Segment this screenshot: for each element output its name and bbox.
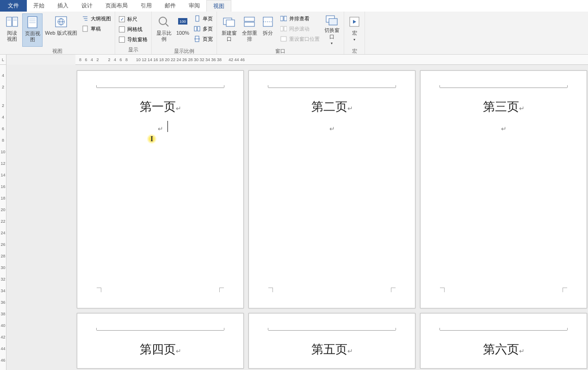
draft-view-button[interactable]: 草稿	[80, 24, 113, 34]
multi-page-button[interactable]: 多页	[192, 24, 215, 34]
margin-mark	[440, 288, 445, 292]
header-boundary	[97, 330, 224, 331]
multi-page-icon	[193, 25, 201, 32]
tab-file[interactable]: 文件	[0, 0, 27, 12]
svg-rect-37	[281, 37, 286, 41]
page-title-text: 第四页↵	[96, 341, 225, 357]
outline-view-button[interactable]: 大纲视图	[80, 13, 113, 24]
svg-rect-39	[329, 19, 337, 25]
ruler-checkbox[interactable]: ✓ 标尺	[117, 14, 139, 25]
reading-view-icon	[5, 14, 19, 29]
margin-mark	[391, 288, 396, 292]
switch-window-button[interactable]: 切换窗口▾	[322, 13, 342, 47]
page-width-icon	[193, 35, 201, 43]
document-page[interactable]: 第一页↵↵I	[77, 70, 244, 308]
group-show: ✓ 标尺 网格线 导航窗格 显示	[115, 12, 152, 54]
one-page-button[interactable]: 单页	[192, 13, 215, 24]
page-view-icon	[25, 15, 40, 30]
reading-view-button[interactable]: 阅读 视图	[2, 13, 22, 47]
gridlines-checkbox[interactable]: 网格线	[117, 25, 144, 35]
svg-rect-33	[280, 16, 283, 21]
zoom-100-button[interactable]: 100 100%	[174, 13, 192, 47]
document-page[interactable]: 第二页↵↵	[248, 70, 415, 308]
ribbon: 阅读 视图 页面视图 Web 版式视图 大纲视图	[0, 12, 588, 55]
paragraph-mark: ↵	[267, 125, 396, 133]
svg-rect-29	[244, 17, 254, 21]
svg-rect-28	[226, 20, 235, 26]
mouse-cursor-highlight: I	[147, 134, 157, 144]
document-page[interactable]: 第四页↵	[77, 313, 244, 369]
menu-tab-bar: 文件 开始 插入 设计 页面布局 引用 邮件 审阅 视图	[0, 0, 588, 12]
side-by-side-icon	[280, 15, 287, 22]
ruler-corner[interactable]: L	[0, 55, 6, 65]
tab-review[interactable]: 审阅	[182, 0, 206, 12]
web-layout-button[interactable]: Web 版式视图	[43, 13, 80, 47]
paragraph-mark: ↵	[96, 125, 225, 133]
horizontal-ruler[interactable]: 8642246810121416182022242628303234363842…	[75, 55, 588, 65]
arrange-all-button[interactable]: 全部重排	[239, 13, 260, 47]
svg-rect-6	[28, 17, 37, 28]
tab-references[interactable]: 引用	[134, 0, 158, 12]
dropdown-icon: ▾	[331, 41, 333, 45]
margin-mark	[219, 288, 224, 292]
margin-mark	[268, 288, 273, 292]
group-zoom: 显示比例 100 100% 单页 多页 页宽	[152, 12, 217, 54]
vertical-ruler[interactable]: 4224681012141618202224262830323436384042…	[0, 65, 6, 370]
paragraph-mark: ↵	[439, 125, 568, 133]
header-boundary	[440, 330, 567, 331]
dropdown-icon: ▾	[353, 38, 355, 42]
page-title-text: 第一页↵	[96, 99, 225, 115]
sync-scroll-icon	[280, 25, 287, 32]
zoom-button[interactable]: 显示比例	[154, 13, 174, 47]
checkbox-icon	[119, 26, 125, 32]
svg-text:100: 100	[179, 19, 186, 24]
side-by-side-button[interactable]: 并排查看	[278, 13, 322, 24]
svg-rect-34	[284, 16, 287, 21]
svg-point-18	[159, 17, 167, 25]
group-show-label: 显示	[117, 45, 149, 53]
svg-rect-0	[6, 17, 12, 26]
tab-layout[interactable]: 页面布局	[99, 0, 134, 12]
page-view-button[interactable]: 页面视图	[22, 13, 43, 47]
page-width-button[interactable]: 页宽	[192, 34, 215, 44]
page-title-text: 第六页↵	[439, 341, 568, 357]
checkbox-icon	[119, 37, 125, 43]
tab-insert[interactable]: 插入	[51, 0, 75, 12]
svg-rect-36	[284, 26, 287, 31]
tab-view[interactable]: 视图	[206, 0, 231, 12]
svg-rect-24	[198, 26, 200, 31]
magnifier-icon	[156, 14, 171, 29]
sync-scroll-button: 同步滚动	[278, 24, 322, 34]
tab-home[interactable]: 开始	[27, 0, 51, 12]
draft-icon	[81, 25, 89, 32]
ibeam-cursor-icon: I	[150, 135, 153, 143]
svg-line-19	[166, 24, 168, 26]
group-zoom-label: 显示比例	[154, 47, 215, 55]
margin-mark	[97, 288, 101, 292]
document-page[interactable]: 第三页↵↵	[420, 70, 587, 308]
document-area: L 86422468101214161820222426283032343638…	[0, 55, 588, 370]
web-layout-icon	[54, 14, 68, 29]
tab-mail[interactable]: 邮件	[158, 0, 182, 12]
macro-icon	[347, 14, 362, 29]
document-page[interactable]: 第五页↵	[248, 313, 415, 369]
one-page-icon	[193, 15, 201, 22]
svg-rect-17	[83, 26, 87, 31]
document-page[interactable]: 第六页↵	[420, 313, 587, 369]
pages-viewport[interactable]: 第一页↵↵I第二页↵↵第三页↵↵第四页↵第五页↵第六页↵	[6, 65, 588, 370]
new-window-button[interactable]: 新建窗口	[219, 13, 239, 47]
macro-button[interactable]: 宏▾	[346, 13, 363, 47]
reset-window-pos-button: 重设窗口位置	[278, 34, 322, 44]
reset-pos-icon	[280, 35, 287, 43]
group-window: 新建窗口 全部重排 拆分 并排查看	[217, 12, 344, 54]
checkbox-icon: ✓	[119, 16, 125, 22]
svg-rect-35	[280, 26, 283, 31]
group-macro-label: 宏	[346, 47, 363, 55]
navpane-checkbox[interactable]: 导航窗格	[117, 35, 149, 45]
tab-design[interactable]: 设计	[75, 0, 99, 12]
page-title-text: 第五页↵	[267, 341, 396, 357]
split-button[interactable]: 拆分	[260, 13, 276, 47]
margin-mark	[563, 288, 567, 292]
switch-window-icon	[324, 14, 339, 26]
arrange-all-icon	[242, 14, 257, 29]
